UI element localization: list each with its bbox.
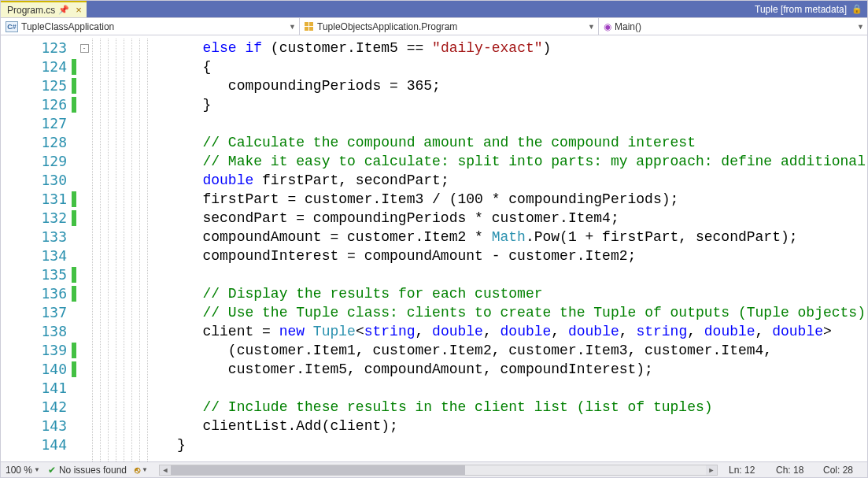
nav-method-dropdown[interactable]: ◉ Main() ▼ — [599, 18, 867, 35]
line-number: 126 — [1, 95, 76, 114]
class-icon — [305, 22, 314, 31]
line-number: 135 — [1, 265, 76, 284]
issues-indicator[interactable]: ✔No issues found — [48, 465, 127, 476]
method-icon: ◉ — [604, 22, 611, 31]
code-line[interactable] — [92, 265, 867, 284]
nav-method-label: Main() — [615, 21, 641, 32]
horizontal-scrollbar[interactable]: ◄ ► — [159, 465, 718, 476]
caret-char: Ch: 18 — [776, 465, 815, 476]
code-line[interactable]: else if (customer.Item5 == "daily-exact"… — [92, 39, 867, 57]
nav-project-label: TupleClassApplication — [21, 21, 114, 32]
code-line[interactable] — [92, 379, 867, 398]
code-line[interactable]: compoundingPeriods = 365; — [92, 76, 867, 95]
code-line[interactable]: compoundAmount = customer.Item2 * Math.P… — [92, 228, 867, 246]
line-number: 143 — [1, 417, 76, 435]
line-number: 125 — [1, 76, 76, 95]
line-number: 138 — [1, 322, 76, 341]
tab-program-cs[interactable]: Program.cs 📌 × — [1, 1, 87, 17]
check-icon: ✔ — [48, 465, 56, 476]
svg-rect-0 — [305, 22, 308, 26]
line-number: 142 — [1, 398, 76, 417]
document-well-right: Tuple [from metadata] 🔒 — [87, 1, 867, 17]
zoom-selector[interactable]: 100 % ▼ — [6, 465, 40, 476]
history-button[interactable]: ⎋ ▼ — [135, 465, 148, 476]
line-number: 139 — [1, 341, 76, 360]
line-number: 132 — [1, 209, 76, 228]
lock-icon: 🔒 — [851, 4, 862, 14]
code-line[interactable]: firstPart = customer.Item3 / (100 * comp… — [92, 190, 867, 209]
ide-window: Program.cs 📌 × Tuple [from metadata] 🔒 C… — [0, 0, 868, 478]
line-number: 140 — [1, 360, 76, 379]
scroll-right-arrow-icon[interactable]: ► — [706, 465, 717, 475]
code-area[interactable]: else if (customer.Item5 == "daily-exact"… — [92, 35, 867, 461]
code-line[interactable]: // Use the Tuple class: clients to creat… — [92, 303, 867, 322]
zoom-label: 100 % — [6, 465, 32, 476]
line-number-gutter: 1231241251261271281291301311321331341351… — [1, 35, 76, 461]
code-line[interactable]: { — [92, 57, 867, 76]
caret-col: Col: 28 — [823, 465, 862, 476]
line-number: 128 — [1, 133, 76, 152]
scroll-track[interactable] — [171, 465, 706, 475]
chevron-down-icon: ▼ — [34, 466, 40, 473]
code-line[interactable]: customer.Item5, compoundAmount, compound… — [92, 360, 867, 379]
code-line[interactable]: compoundInterest = compoundAmount - cust… — [92, 246, 867, 265]
line-number: 144 — [1, 435, 76, 454]
code-text[interactable]: else if (customer.Item5 == "daily-exact"… — [92, 35, 867, 454]
line-number: 124 — [1, 57, 76, 76]
issues-label: No issues found — [59, 465, 127, 476]
code-line[interactable]: } — [92, 435, 867, 454]
pin-icon[interactable]: 📌 — [58, 5, 69, 15]
code-line[interactable]: client = new Tuple<string, double, doubl… — [92, 322, 867, 341]
chevron-down-icon: ▼ — [289, 23, 296, 31]
line-number: 134 — [1, 246, 76, 265]
nav-class-dropdown[interactable]: TupleObjectsApplication.Program ▼ — [300, 18, 599, 35]
code-line[interactable]: } — [92, 95, 867, 114]
navigation-bar: C# TupleClassApplication ▼ TupleObjectsA… — [1, 18, 867, 35]
chevron-down-icon: ▼ — [857, 23, 864, 31]
code-editor[interactable]: 1231241251261271281291301311321331341351… — [1, 35, 867, 461]
line-number: 137 — [1, 303, 76, 322]
line-number: 129 — [1, 152, 76, 171]
svg-rect-1 — [309, 22, 313, 26]
line-number: 127 — [1, 114, 76, 133]
svg-rect-2 — [305, 27, 308, 31]
close-icon[interactable]: × — [76, 4, 82, 16]
tab-filename: Program.cs — [7, 5, 55, 16]
scroll-left-arrow-icon[interactable]: ◄ — [160, 465, 171, 475]
chevron-down-icon: ▼ — [588, 23, 595, 31]
nav-project-dropdown[interactable]: C# TupleClassApplication ▼ — [1, 18, 300, 35]
code-line[interactable]: // Display the results for each customer — [92, 284, 867, 303]
code-line[interactable]: // Make it easy to calculate: split into… — [92, 152, 867, 171]
line-number: 131 — [1, 190, 76, 209]
line-number: 123 — [1, 39, 76, 57]
document-tabbar: Program.cs 📌 × Tuple [from metadata] 🔒 — [1, 1, 867, 18]
caret-line: Ln: 12 — [729, 465, 768, 476]
csharp-project-icon: C# — [6, 21, 18, 32]
lightning-icon: ⎋ — [135, 465, 140, 476]
code-line[interactable]: (customer.Item1, customer.Item2, custome… — [92, 341, 867, 360]
code-line[interactable]: double firstPart, secondPart; — [92, 171, 867, 190]
line-number: 141 — [1, 379, 76, 398]
horizontal-scrollbar-container: ◄ ► — [156, 465, 721, 476]
line-number: 130 — [1, 171, 76, 190]
code-line[interactable]: // Calculate the compound amount and the… — [92, 133, 867, 152]
code-line[interactable]: clientList.Add(client); — [92, 417, 867, 435]
fold-toggle[interactable]: - — [80, 44, 89, 53]
outlining-margin: - — [76, 35, 92, 461]
line-number: 133 — [1, 228, 76, 246]
svg-rect-3 — [309, 27, 313, 31]
titlebar-right-text: Tuple [from metadata] — [755, 4, 847, 15]
line-number: 136 — [1, 284, 76, 303]
chevron-down-icon: ▼ — [142, 466, 148, 473]
scroll-thumb[interactable] — [171, 465, 465, 475]
nav-class-label: TupleObjectsApplication.Program — [317, 21, 457, 32]
code-line[interactable]: secondPart = compoundingPeriods * custom… — [92, 209, 867, 228]
code-line[interactable] — [92, 114, 867, 133]
status-bar: 100 % ▼ ✔No issues found ⎋ ▼ ◄ ► Ln: 12 … — [1, 461, 867, 477]
code-line[interactable]: // Include these results in the client l… — [92, 398, 867, 417]
